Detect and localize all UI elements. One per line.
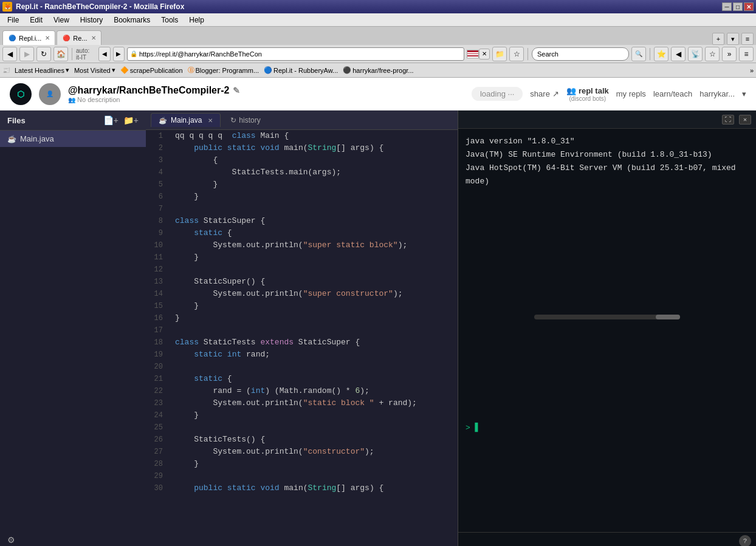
bookmark-most-visited-label: Most Visited	[74, 67, 111, 74]
language-next[interactable]: ▶	[113, 47, 125, 61]
tab-menu-button[interactable]: ≡	[741, 33, 754, 45]
menu-tools[interactable]: Tools	[156, 15, 183, 26]
line-content-24: }	[170, 409, 458, 421]
home-button[interactable]: 🏠	[53, 47, 68, 61]
line-content-1: qq q q q q class Main {	[170, 130, 458, 142]
menu-help[interactable]: Help	[184, 15, 209, 26]
line-num-23: 23	[146, 397, 170, 409]
file-item-main-java[interactable]: ☕ Main.java	[0, 131, 146, 147]
history-icon: ↻	[230, 116, 236, 125]
terminal-close-button[interactable]: ✕	[739, 115, 751, 125]
line-content-7	[170, 203, 458, 215]
bookmarks-bar: 📰 Latest Headlines▾ Most Visited▾ 🔶 scra…	[0, 63, 756, 78]
user-menu[interactable]: harrykar...	[699, 89, 735, 98]
code-line-18: 18 class StaticTests extends StaticSuper…	[146, 336, 458, 349]
bookmark-button[interactable]: ☆	[509, 47, 524, 61]
history-tab-label: history	[239, 116, 260, 125]
menu-view[interactable]: View	[49, 15, 74, 26]
line-num-16: 16	[146, 312, 170, 324]
history-tab[interactable]: ↻ history	[223, 114, 267, 127]
downloads-button[interactable]: 📁	[492, 47, 507, 61]
new-tab-button[interactable]: +	[712, 33, 724, 45]
tab-close-icon[interactable]: ✕	[208, 117, 213, 124]
edit-project-name-icon[interactable]: ✎	[233, 86, 240, 95]
tab2-close[interactable]: ✕	[91, 35, 96, 41]
forward-button[interactable]: ▶	[19, 47, 34, 61]
tab1-close[interactable]: ✕	[45, 35, 50, 41]
sidebar-icons: 📄+ 📁+	[103, 115, 139, 125]
close-button[interactable]: ✕	[744, 2, 754, 11]
line-content-27: System.out.println("constructor");	[170, 446, 458, 458]
line-num-29: 29	[146, 470, 170, 482]
bookmark-replit-label: Repl.it - RubberyAw...	[273, 67, 338, 74]
terminal-header: ⛶ ✕	[458, 111, 756, 129]
line-content-17	[170, 324, 458, 336]
bookmark-headlines[interactable]: Latest Headlines▾	[15, 66, 69, 74]
terminal-expand-button[interactable]: ⛶	[722, 115, 734, 125]
add-file-icon[interactable]: 📄+	[103, 115, 119, 125]
minimize-button[interactable]: ─	[722, 2, 732, 11]
search-engine-icon[interactable]: 🔍	[631, 47, 646, 61]
line-num-5: 5	[146, 179, 170, 191]
star-button[interactable]: ⭐	[654, 47, 668, 61]
bookmark-most-visited[interactable]: Most Visited▾	[74, 66, 115, 74]
browser-tab-2[interactable]: 🔴 Re... ✕	[57, 30, 101, 45]
help-button[interactable]: ?	[739, 535, 751, 546]
learn-teach-link[interactable]: learn/teach	[653, 89, 692, 98]
code-line-15: 15 }	[146, 300, 458, 312]
bookmark-blogger[interactable]: Ⓑ Blogger: Programm...	[188, 66, 259, 75]
code-line-21: 21 static {	[146, 373, 458, 385]
code-line-22: 22 rand = (int) (Math.random() * 6);	[146, 385, 458, 397]
firefox-icon: 🦊	[2, 2, 12, 12]
bookmark-replit[interactable]: 🔵 Repl.it - RubberyAw...	[264, 66, 338, 74]
tab-list-button[interactable]: ▾	[727, 33, 739, 45]
menu-file[interactable]: File	[2, 15, 24, 26]
bookmark-scrape[interactable]: 🔶 scrapePublication	[120, 66, 183, 74]
toolbar-separator-3	[650, 48, 650, 60]
add-folder-icon[interactable]: 📁+	[123, 115, 139, 125]
terminal-content[interactable]: java version "1.8.0_31" Java(TM) SE Runt…	[458, 129, 756, 532]
reload-button[interactable]: ↻	[36, 47, 51, 61]
url-bar[interactable]: 🔒 https://repl.it/@harrykar/RanchBeTheCo…	[127, 47, 464, 61]
terminal-scrollbar-area	[466, 310, 749, 324]
bookmarks-more[interactable]: »	[750, 67, 754, 74]
code-line-12: 12	[146, 264, 458, 276]
terminal-spacer-2	[466, 324, 749, 421]
code-line-13: 13 StaticSuper() {	[146, 276, 458, 288]
menu-button[interactable]: ≡	[739, 47, 754, 61]
terminal-scrollbar[interactable]	[534, 315, 680, 319]
menu-history[interactable]: History	[75, 15, 108, 26]
code-line-1: 1 qq q q q q class Main {	[146, 130, 458, 142]
code-line-6: 6 }	[146, 191, 458, 203]
my-repls-link[interactable]: my repls	[616, 89, 646, 98]
tab-main-java[interactable]: ☕ Main.java ✕	[151, 113, 221, 127]
search-input[interactable]	[532, 47, 629, 61]
line-num-30: 30	[146, 482, 170, 494]
flag-container: ✕	[467, 49, 490, 60]
code-editor[interactable]: 1 qq q q q q class Main { 2 public stati…	[146, 130, 458, 546]
menu-edit[interactable]: Edit	[25, 15, 47, 26]
back-button[interactable]: ◀	[2, 47, 17, 61]
close-url-button[interactable]: ✕	[479, 49, 490, 60]
bookmark-github[interactable]: ⚫ harrykar/free-progr...	[343, 66, 413, 74]
settings-icon[interactable]: ⚙	[0, 530, 146, 546]
loading-indicator: loading ···	[472, 87, 523, 101]
line-content-22: rand = (int) (Math.random() * 6);	[170, 385, 458, 397]
history-back[interactable]: ◀	[671, 47, 686, 61]
bookmarks-star[interactable]: ☆	[705, 47, 720, 61]
menu-bookmarks[interactable]: Bookmarks	[109, 15, 155, 26]
terminal: ⛶ ✕ java version "1.8.0_31" Java(TM) SE …	[458, 111, 756, 546]
line-num-1: 1	[146, 130, 170, 142]
share-button[interactable]: share ↗	[530, 89, 559, 98]
line-content-13: StaticSuper() {	[170, 276, 458, 288]
line-content-29	[170, 470, 458, 482]
rss-button[interactable]: 📡	[688, 47, 703, 61]
terminal-line-2: Java(TM) SE Runtime Environment (build 1…	[466, 148, 749, 162]
maximize-button[interactable]: □	[733, 2, 743, 11]
line-content-15: }	[170, 300, 458, 312]
browser-tab-1[interactable]: 🔵 Repl.i... ✕	[2, 30, 55, 45]
line-content-16: }	[170, 312, 458, 324]
more-button[interactable]: »	[722, 47, 737, 61]
repl-talk-button[interactable]: 👥 repl talk (discord bots)	[566, 86, 609, 102]
language-prev[interactable]: ◀	[98, 47, 110, 61]
